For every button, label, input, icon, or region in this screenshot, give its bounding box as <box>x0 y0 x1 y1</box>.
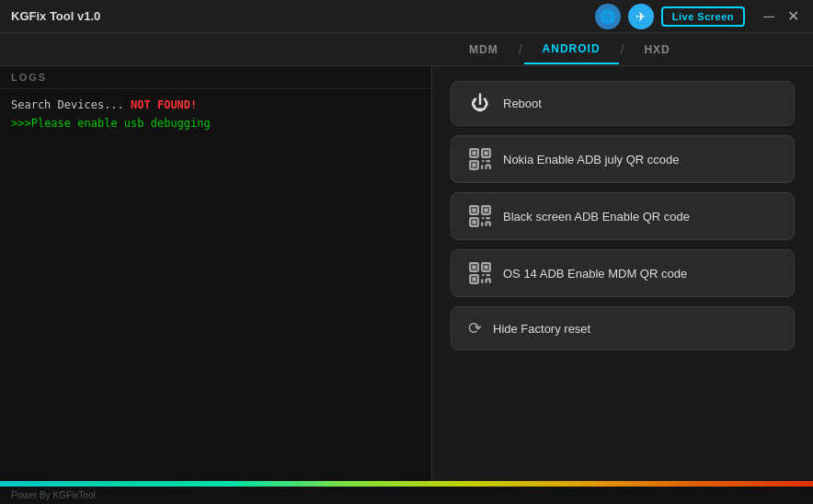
globe-button[interactable]: 🌐 <box>595 4 621 29</box>
svg-rect-27 <box>484 265 487 269</box>
svg-rect-5 <box>472 163 475 166</box>
hide-factory-reset-button[interactable]: ⟳ Hide Factory reset <box>451 306 795 350</box>
log-not-found: NOT FOUND! <box>131 98 197 111</box>
close-button[interactable]: ✕ <box>784 9 802 24</box>
svg-rect-1 <box>472 151 475 155</box>
nokia-adb-button[interactable]: Nokia Enable ADB july QR ccode <box>451 135 795 183</box>
tab-android[interactable]: ANDROID <box>524 35 619 64</box>
svg-rect-29 <box>472 277 475 281</box>
refresh-icon: ⟳ <box>468 318 482 338</box>
log-arrow: >>> <box>11 117 31 130</box>
qr-icon-os14 <box>468 261 492 285</box>
qr-icon-black-screen <box>468 204 492 228</box>
black-screen-adb-button[interactable]: Black screen ADB Enable QR code <box>451 192 795 240</box>
logs-header: LOGS <box>0 66 431 89</box>
footer: Power By KGFixTool <box>0 487 813 504</box>
footer-text: Power By KGFixTool <box>11 490 96 500</box>
svg-rect-13 <box>472 208 475 212</box>
tab-hxd[interactable]: hxd <box>625 36 688 63</box>
hide-factory-label: Hide Factory reset <box>493 322 590 336</box>
logs-body: Search Devices... NOT FOUND! >>>Please e… <box>0 89 431 481</box>
reboot-button[interactable]: ⏻ Reboot <box>451 81 795 126</box>
qr-icon-nokia <box>468 147 492 171</box>
log-search-prefix: Search Devices... <box>11 98 131 111</box>
log-debug-text: Please enable usb debugging <box>31 117 211 130</box>
nokia-adb-label: Nokia Enable ADB july QR ccode <box>503 153 679 166</box>
title-bar-right: 🌐 ✈ Live Screen ─ ✕ <box>595 4 802 29</box>
main-content: LOGS Search Devices... NOT FOUND! >>>Ple… <box>0 66 813 481</box>
tabs-bar: MDM / ANDROID / hxd <box>0 33 813 66</box>
telegram-button[interactable]: ✈ <box>628 4 654 29</box>
black-screen-label: Black screen ADB Enable QR code <box>503 210 690 223</box>
power-icon: ⏻ <box>468 93 492 114</box>
svg-rect-25 <box>472 265 475 269</box>
logs-panel: LOGS Search Devices... NOT FOUND! >>>Ple… <box>0 66 432 481</box>
right-panel: ⏻ Reboot Nokia Enable ADB july QR ccode <box>432 66 813 481</box>
svg-rect-3 <box>484 151 487 155</box>
title-bar-left: KGFix Tool v1.0 <box>11 9 100 23</box>
os14-adb-button[interactable]: OS 14 ADB Enable MDM QR code <box>451 249 795 297</box>
reboot-label: Reboot <box>503 97 542 110</box>
svg-rect-15 <box>484 208 487 212</box>
log-debug-line: >>>Please enable usb debugging <box>11 117 420 130</box>
live-screen-button[interactable]: Live Screen <box>661 6 745 27</box>
tab-mdm[interactable]: MDM <box>451 36 517 63</box>
log-search-line: Search Devices... NOT FOUND! <box>11 98 420 111</box>
svg-rect-17 <box>472 220 475 223</box>
title-bar: KGFix Tool v1.0 🌐 ✈ Live Screen ─ ✕ <box>0 0 813 33</box>
window-controls: ─ ✕ <box>760 9 802 24</box>
app-title: KGFix Tool v1.0 <box>11 9 100 23</box>
minimize-button[interactable]: ─ <box>760 9 778 24</box>
os14-adb-label: OS 14 ADB Enable MDM QR code <box>503 267 687 281</box>
